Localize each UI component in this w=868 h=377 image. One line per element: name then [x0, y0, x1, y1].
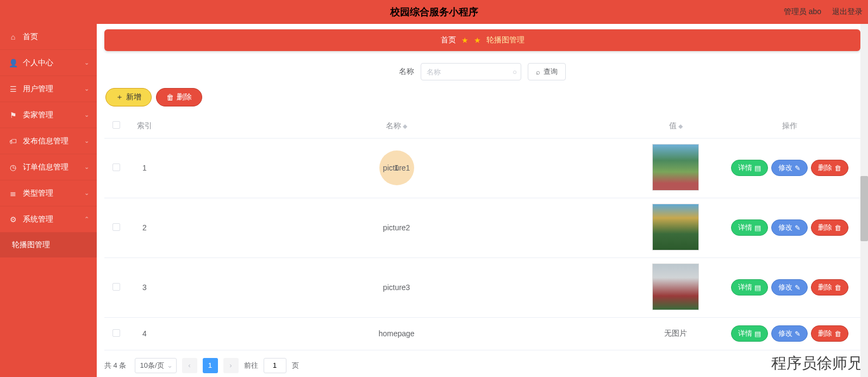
- sidebar-item-label: 系统管理: [23, 215, 53, 224]
- row-delete-button[interactable]: 删除 🗑: [811, 279, 848, 296]
- document-icon: ▤: [754, 284, 761, 292]
- table-row: 1picture1详情 ▤修改 ✎删除 🗑: [104, 138, 860, 198]
- detail-button[interactable]: 详情 ▤: [731, 279, 768, 296]
- edit-button[interactable]: 修改 ✎: [771, 160, 808, 176]
- edit-icon: ✎: [795, 330, 801, 338]
- sidebar-item-system-mgmt[interactable]: ⚙系统管理⌃: [0, 206, 97, 233]
- sidebar-item-label: 用户管理: [23, 84, 53, 94]
- search-row: 名称 ○ ⌕ 查询: [104, 63, 860, 80]
- cell-index: 4: [142, 329, 147, 338]
- home-icon: ⌂: [9, 33, 17, 41]
- cell-name: picture1: [383, 164, 410, 172]
- edit-icon: ✎: [795, 284, 801, 292]
- col-value[interactable]: 值: [669, 121, 677, 130]
- pager-prev[interactable]: ‹: [182, 358, 197, 373]
- pager-next[interactable]: ›: [223, 358, 239, 373]
- thumbnail-image[interactable]: [652, 263, 699, 310]
- edit-icon: ✎: [795, 164, 801, 172]
- logout-link[interactable]: 退出登录: [832, 7, 863, 17]
- sidebar-sub-label: 轮播图管理: [12, 240, 50, 250]
- sidebar-sub-carousel[interactable]: 轮播图管理: [0, 233, 97, 257]
- action-bar: ＋ 新增 🗑 删除: [105, 88, 860, 106]
- breadcrumb-current: 轮播图管理: [486, 35, 524, 45]
- sidebar-item-label: 订单信息管理: [23, 162, 68, 172]
- document-icon: ▤: [754, 224, 761, 232]
- thumbnail-image[interactable]: [652, 204, 699, 250]
- detail-button[interactable]: 详情 ▤: [731, 160, 768, 176]
- row-checkbox[interactable]: [113, 223, 120, 231]
- pager-goto-prefix: 前往: [244, 361, 258, 370]
- search-button-label: 查询: [544, 67, 558, 77]
- sidebar-item-label: 发布信息管理: [23, 136, 68, 146]
- cell-index: 3: [142, 283, 147, 292]
- sidebar-item-publish-mgmt[interactable]: 🏷发布信息管理⌄: [0, 128, 97, 154]
- edit-button[interactable]: 修改 ✎: [771, 279, 808, 296]
- search-label: 名称: [399, 67, 414, 77]
- col-index[interactable]: 索引: [137, 121, 152, 130]
- pager-page-1[interactable]: 1: [203, 358, 218, 373]
- edit-icon: ✎: [795, 224, 801, 232]
- sidebar-item-type-mgmt[interactable]: ≣类型管理⌄: [0, 180, 97, 206]
- flag-icon: ⚑: [9, 111, 17, 120]
- row-delete-button[interactable]: 删除 🗑: [811, 160, 848, 176]
- document-icon: ▤: [754, 330, 761, 338]
- app-title: 校园综合服务小程序: [390, 5, 478, 18]
- sidebar-item-home[interactable]: ⌂首页: [0, 24, 97, 50]
- table-row: 2picture2详情 ▤修改 ✎删除 🗑: [104, 198, 860, 257]
- data-table: 索引 名称◆ 值◆ 操作 1picture1详情 ▤修改 ✎删除 🗑2pictu…: [104, 114, 860, 350]
- sidebar-item-seller-mgmt[interactable]: ⚑卖家管理⌄: [0, 102, 97, 128]
- search-input-circle-icon: ○: [513, 68, 517, 76]
- edit-button[interactable]: 修改 ✎: [771, 325, 808, 342]
- detail-button[interactable]: 详情 ▤: [731, 219, 768, 236]
- chevron-down-icon: ⌄: [84, 111, 89, 118]
- users-icon: ☰: [9, 85, 17, 93]
- sort-icon[interactable]: ◆: [678, 123, 683, 129]
- row-checkbox[interactable]: [113, 283, 120, 291]
- sidebar-item-user-mgmt[interactable]: ☰用户管理⌄: [0, 76, 97, 102]
- chevron-down-icon: ⌄: [84, 190, 89, 197]
- search-input-wrap: ○: [421, 63, 521, 80]
- pager-per-page-select[interactable]: 10条/页: [135, 358, 176, 373]
- list-icon: ≣: [9, 189, 17, 198]
- scrollbar-thumb[interactable]: [860, 176, 868, 241]
- no-image-text: 无图片: [664, 329, 687, 337]
- thumbnail-image[interactable]: [652, 144, 699, 191]
- col-name[interactable]: 名称: [386, 121, 401, 130]
- breadcrumb-home[interactable]: 首页: [441, 35, 456, 45]
- detail-button[interactable]: 详情 ▤: [731, 325, 768, 342]
- trash-icon: 🗑: [834, 164, 841, 172]
- trash-icon: 🗑: [834, 224, 841, 232]
- sort-icon[interactable]: ◆: [403, 123, 407, 129]
- pager-goto-suffix: 页: [292, 361, 299, 370]
- cell-index: 2: [142, 223, 147, 232]
- row-delete-button[interactable]: 删除 🗑: [811, 219, 848, 236]
- cell-index: 1: [142, 164, 147, 172]
- chevron-down-icon: ⌄: [84, 85, 89, 92]
- search-input[interactable]: [421, 63, 521, 80]
- row-checkbox[interactable]: [113, 164, 120, 171]
- header: 校园综合服务小程序 管理员 abo 退出登录: [0, 0, 868, 24]
- main-content: 首页 ★ ★ 轮播图管理 名称 ○ ⌕ 查询 ＋ 新增 🗑 删除: [97, 24, 868, 377]
- select-all-checkbox[interactable]: [113, 121, 120, 129]
- sidebar: ⌂首页👤个人中心⌄☰用户管理⌄⚑卖家管理⌄🏷发布信息管理⌄◷订单信息管理⌄≣类型…: [0, 24, 97, 377]
- scrollbar-track[interactable]: [860, 24, 868, 377]
- pager-per-page-value: 10条/页: [140, 361, 164, 370]
- add-button[interactable]: ＋ 新增: [105, 88, 152, 106]
- admin-info[interactable]: 管理员 abo: [784, 7, 821, 17]
- chevron-up-icon: ⌃: [84, 216, 89, 223]
- sidebar-item-label: 类型管理: [23, 188, 53, 198]
- delete-button[interactable]: 🗑 删除: [156, 88, 202, 106]
- col-ops: 操作: [782, 121, 797, 130]
- pager-goto-input[interactable]: [264, 358, 286, 373]
- add-button-label: 新增: [126, 92, 141, 102]
- sidebar-item-order-mgmt[interactable]: ◷订单信息管理⌄: [0, 154, 97, 180]
- row-checkbox[interactable]: [113, 329, 120, 337]
- chevron-down-icon: ⌄: [84, 59, 89, 66]
- row-delete-button[interactable]: 删除 🗑: [811, 325, 848, 342]
- sidebar-item-profile[interactable]: 👤个人中心⌄: [0, 50, 97, 76]
- search-button[interactable]: ⌕ 查询: [528, 63, 566, 80]
- edit-button[interactable]: 修改 ✎: [771, 219, 808, 236]
- cell-name: homepage: [378, 329, 414, 338]
- pager-total: 共 4 条: [104, 361, 126, 370]
- cell-name: picture2: [383, 223, 410, 232]
